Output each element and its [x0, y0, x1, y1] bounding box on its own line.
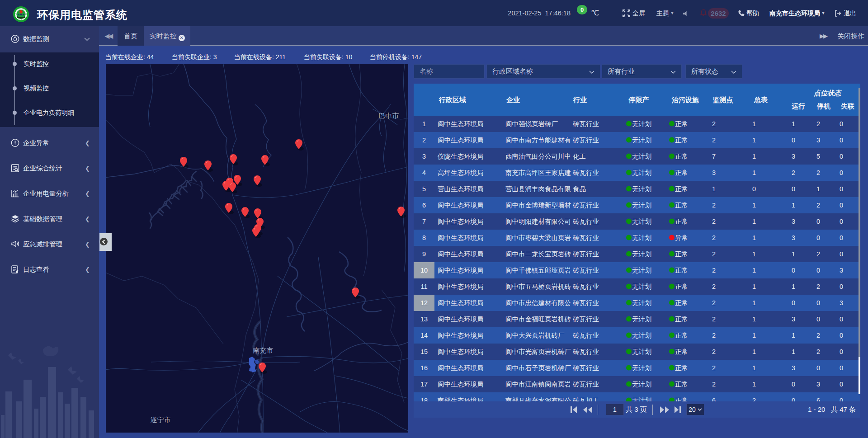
svg-text:遂宁市: 遂宁市 — [151, 416, 171, 424]
svg-text:南充市: 南充市 — [253, 346, 274, 354]
svg-text:巴中市: 巴中市 — [379, 112, 399, 119]
